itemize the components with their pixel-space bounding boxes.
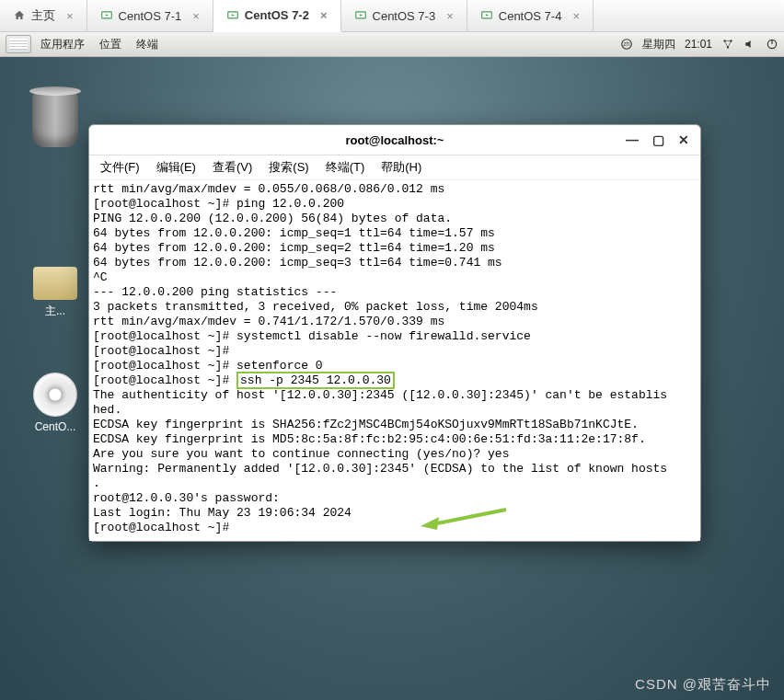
window-close-button[interactable]: ✕ [673,129,695,151]
vm-tab-4[interactable]: CentOS 7-4 × [467,0,594,31]
vm-tab-label: CentOS 7-2 [245,8,309,22]
annotation-arrow-icon [419,506,511,532]
vm-tab-label: CentOS 7-4 [499,9,562,23]
panel-day[interactable]: 星期四 [642,37,675,52]
menu-edit[interactable]: 编辑(E) [149,157,203,178]
terminal-output[interactable]: rtt min/avg/max/mdev = 0.055/0.068/0.086… [89,180,700,541]
menu-file[interactable]: 文件(F) [93,157,147,178]
close-icon[interactable]: × [572,9,580,23]
desktop: 应用程序 位置 终端 zh 星期四 21:01 主... [0,32,784,700]
terminal-window: root@localhost:~ — ▢ ✕ 文件(F) 编辑(E) 查看(V)… [88,124,701,542]
network-icon[interactable] [721,38,734,51]
vm-tab-label: CentOS 7-3 [373,9,436,23]
vm-tab-1[interactable]: CentOS 7-1 × [87,0,213,31]
home-icon [13,9,26,22]
folder-label: 主... [23,304,87,319]
vm-icon [480,9,493,22]
vm-tab-2[interactable]: CentOS 7-2 × [213,0,341,32]
input-method-icon[interactable]: zh [620,38,633,51]
vm-icon [354,9,367,22]
panel-menu-places[interactable]: 位置 [94,35,127,54]
vm-tab-3[interactable]: CentOS 7-3 × [341,0,467,31]
menu-terminal[interactable]: 终端(T) [318,157,373,178]
vm-tab-label: CentOS 7-1 [119,9,182,23]
watermark: CSDN @艰苦奋斗中 [635,676,771,694]
panel-menu-applications[interactable]: 应用程序 [35,35,90,54]
disc-icon [33,373,77,417]
gnome-panel: 应用程序 位置 终端 zh 星期四 21:01 [0,32,784,57]
disc-label: CentO... [23,420,87,433]
trash-icon [32,92,78,147]
menu-view[interactable]: 查看(V) [205,157,259,178]
panel-menu-terminal[interactable]: 终端 [131,35,164,54]
close-icon[interactable]: × [192,9,200,23]
window-maximize-button[interactable]: ▢ [647,129,669,151]
menu-search[interactable]: 搜索(S) [261,157,316,178]
desktop-home-folder[interactable]: 主... [23,267,87,319]
close-icon[interactable]: × [320,8,328,22]
highlight-ssh-command: ssh -p 2345 12.0.0.30 [236,372,395,389]
vm-tab-home-label: 主页 [31,7,55,24]
window-minimize-button[interactable]: — [621,129,643,151]
folder-icon [33,267,77,300]
vm-icon [100,9,113,22]
applications-icon [6,35,31,53]
window-titlebar[interactable]: root@localhost:~ — ▢ ✕ [89,125,700,155]
svg-marker-16 [421,517,439,530]
vm-tab-home[interactable]: 主页 × [0,0,87,31]
vm-icon [226,9,239,22]
close-icon[interactable]: × [66,9,74,23]
close-icon[interactable]: × [446,9,454,23]
volume-icon[interactable] [744,38,756,51]
desktop-trash[interactable] [23,92,87,147]
vm-tab-bar: 主页 × CentOS 7-1 × CentOS 7-2 × CentOS 7-… [0,0,784,32]
terminal-menubar: 文件(F) 编辑(E) 查看(V) 搜索(S) 终端(T) 帮助(H) [89,155,700,180]
menu-help[interactable]: 帮助(H) [374,157,429,178]
svg-text:zh: zh [624,40,630,47]
power-icon[interactable] [766,38,778,51]
desktop-cd[interactable]: CentO... [23,373,87,433]
window-title: root@localhost:~ [346,133,444,147]
svg-line-15 [432,510,506,524]
panel-time[interactable]: 21:01 [685,38,712,51]
